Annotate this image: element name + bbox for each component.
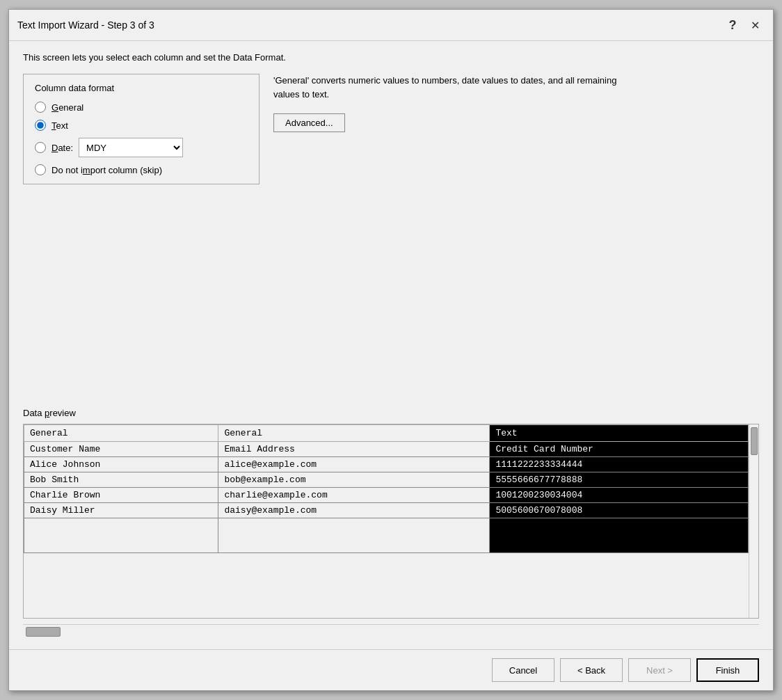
cell: 1111222233334444	[490, 457, 749, 472]
cell: Email Address	[218, 442, 490, 457]
preview-container: General General Text Customer Name Email…	[23, 424, 759, 619]
dialog-footer: Cancel < Back Next > Finish	[9, 649, 773, 690]
radio-text[interactable]	[35, 120, 46, 131]
data-preview-title: Data preview	[23, 408, 759, 418]
cell: charlie@example.com	[218, 488, 490, 503]
cell-empty	[218, 518, 490, 553]
close-button[interactable]: ✕	[745, 15, 765, 35]
vertical-scrollbar[interactable]	[749, 424, 758, 618]
table-row: Charlie Brown charlie@example.com 100120…	[24, 488, 749, 503]
cell: 5005600670078008	[490, 503, 749, 518]
table-row: Daisy Miller daisy@example.com 500560067…	[24, 503, 749, 518]
column-format-box: Column data format General Text	[23, 74, 260, 184]
column-format-title: Column data format	[35, 83, 248, 93]
radio-item-text: Text	[35, 120, 248, 131]
next-button[interactable]: Next >	[628, 658, 691, 682]
cell: Daisy Miller	[24, 503, 218, 518]
radio-skip[interactable]	[35, 164, 46, 175]
cell: 5555666677778888	[490, 472, 749, 488]
general-description: 'General' converts numeric values to num…	[273, 74, 621, 101]
horizontal-scroll-area[interactable]	[23, 624, 759, 638]
preview-scroll-area[interactable]: General General Text Customer Name Email…	[24, 424, 749, 618]
cell: daisy@example.com	[218, 503, 490, 518]
col-header-0: General	[24, 425, 218, 442]
advanced-button[interactable]: Advanced...	[273, 113, 345, 132]
col-header-1: General	[218, 425, 490, 442]
description-text: This screen lets you select each column …	[23, 52, 759, 63]
radio-text-label[interactable]: Text	[51, 120, 68, 131]
radio-item-skip: Do not import column (skip)	[35, 164, 248, 175]
cell: alice@example.com	[218, 457, 490, 472]
date-format-select[interactable]: MDY DMY YMD MYD DYM YDM	[79, 138, 183, 157]
cell-empty	[24, 518, 218, 553]
cell: bob@example.com	[218, 472, 490, 488]
table-row: Customer Name Email Address Credit Card …	[24, 442, 749, 457]
cell: Bob Smith	[24, 472, 218, 488]
title-bar-right: ? ✕	[723, 15, 765, 35]
cell: 1001200230034004	[490, 488, 749, 503]
spacer	[23, 193, 759, 399]
help-button[interactable]: ?	[723, 15, 742, 35]
cell: Charlie Brown	[24, 488, 218, 503]
radio-item-date: Date: MDY DMY YMD MYD DYM YDM	[35, 138, 248, 157]
cell: Alice Johnson	[24, 457, 218, 472]
radio-date[interactable]	[35, 142, 46, 153]
dialog-content: This screen lets you select each column …	[9, 41, 773, 649]
radio-group: General Text Date: MDY DMY YM	[35, 102, 248, 175]
dialog-title: Text Import Wizard - Step 3 of 3	[17, 19, 154, 31]
back-button[interactable]: < Back	[560, 658, 623, 682]
scroll-thumb	[751, 427, 758, 455]
cell: Customer Name	[24, 442, 218, 457]
cell-empty	[490, 518, 749, 553]
preview-table: General General Text Customer Name Email…	[24, 424, 749, 553]
radio-general[interactable]	[35, 102, 46, 113]
data-preview-section: Data preview General General Text	[23, 408, 759, 638]
dialog-window: Text Import Wizard - Step 3 of 3 ? ✕ Thi…	[8, 9, 774, 691]
radio-item-general: General	[35, 102, 248, 113]
cell: Credit Card Number	[490, 442, 749, 457]
radio-date-label[interactable]: Date:	[51, 143, 73, 153]
radio-general-label[interactable]: General	[51, 102, 83, 113]
cancel-button[interactable]: Cancel	[492, 658, 554, 682]
radio-skip-label[interactable]: Do not import column (skip)	[51, 165, 162, 175]
table-row: Bob Smith bob@example.com 55556666777788…	[24, 472, 749, 488]
finish-button[interactable]: Finish	[696, 658, 759, 682]
table-row: Alice Johnson alice@example.com 11112222…	[24, 457, 749, 472]
table-row-empty	[24, 518, 749, 553]
col-header-2: Text	[490, 425, 749, 442]
title-bar-left: Text Import Wizard - Step 3 of 3	[17, 19, 154, 31]
main-area: Column data format General Text	[23, 74, 759, 184]
title-bar: Text Import Wizard - Step 3 of 3 ? ✕	[9, 10, 773, 41]
h-scroll-thumb	[26, 627, 61, 637]
right-panel: 'General' converts numeric values to num…	[273, 74, 759, 132]
